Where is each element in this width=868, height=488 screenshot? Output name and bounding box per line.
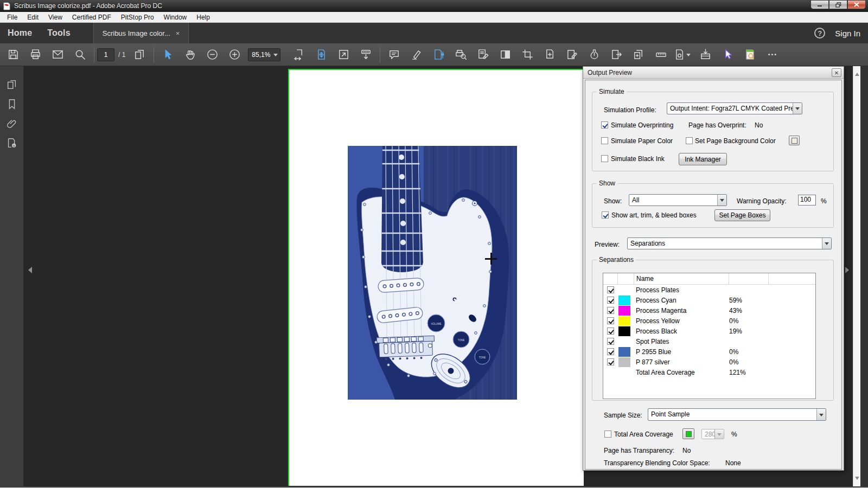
separation-row: P 877 silver0% (603, 357, 815, 367)
scroll-down-arrow-icon[interactable] (855, 477, 859, 482)
duplicate-pages-button[interactable] (628, 44, 650, 65)
organize-pages-button[interactable] (539, 44, 561, 65)
fit-width-button[interactable] (288, 44, 310, 65)
page-has-transparency-label: Page has Transparency: (604, 447, 674, 454)
tac-value-select[interactable]: 280 (701, 429, 724, 439)
simulation-profile-select[interactable]: Output Intent: Fogra27L CMYK Coated Pre: (667, 102, 802, 114)
read-mode-button[interactable] (355, 44, 377, 65)
zoom-out-button[interactable] (201, 44, 224, 65)
menu-item-certified-pdf[interactable]: Certified PDF (67, 12, 116, 23)
simulate-overprinting-checkbox[interactable] (601, 121, 608, 129)
sign-in-button[interactable]: Sign In (835, 29, 860, 38)
sample-size-value: Point Sample (648, 409, 816, 420)
close-button[interactable] (847, 0, 866, 9)
menu-item-window[interactable]: Window (159, 12, 192, 23)
page-thumbnails-button[interactable] (129, 44, 151, 65)
zoom-level-select[interactable]: 85,1% (248, 48, 280, 61)
attachments-panel-button[interactable] (0, 114, 24, 133)
zoom-fit-page-button[interactable] (310, 44, 333, 65)
duplicate-pages-icon (633, 48, 645, 61)
page-settings-button[interactable] (672, 44, 694, 65)
form-edit-button[interactable] (472, 44, 494, 65)
hand-tool-button[interactable] (179, 44, 201, 65)
pitstop-select-button[interactable] (717, 44, 739, 65)
simulate-black-ink-checkbox[interactable] (601, 155, 608, 162)
page-display-button[interactable] (427, 44, 450, 65)
split-view-button[interactable] (494, 44, 516, 65)
edit-pdf-button[interactable] (561, 44, 583, 65)
zoom-in-icon (228, 48, 241, 61)
export-button[interactable] (605, 44, 628, 65)
comment-button[interactable] (383, 44, 405, 65)
separation-checkbox[interactable] (607, 297, 614, 304)
set-page-background-checkbox[interactable] (686, 137, 693, 144)
total-area-coverage-checkbox[interactable] (604, 431, 611, 438)
crop-page-button[interactable] (516, 44, 539, 65)
help-icon[interactable]: ? (814, 28, 825, 38)
simulate-paper-color-checkbox[interactable] (601, 137, 608, 144)
simulate-overprinting-label: Simulate Overprinting (611, 121, 673, 129)
save-button[interactable] (2, 44, 24, 65)
separation-checkbox[interactable] (607, 286, 614, 293)
collapse-left-pane-arrow[interactable] (25, 267, 32, 273)
set-page-boxes-button[interactable]: Set Page Boxes (714, 209, 770, 221)
menu-item-edit[interactable]: Edit (22, 12, 43, 23)
menu-item-help[interactable]: Help (192, 12, 215, 23)
scroll-up-arrow-icon[interactable] (855, 70, 859, 76)
print-production-button[interactable] (450, 44, 472, 65)
ink-manager-tool-button[interactable] (583, 44, 605, 65)
document-tab[interactable]: Scribus Image color... × (93, 23, 189, 43)
email-button[interactable] (47, 44, 69, 65)
sample-size-select[interactable]: Point Sample (648, 408, 826, 421)
menu-item-pitstop-pro[interactable]: PitStop Pro (116, 12, 159, 23)
separation-row: P 2955 Blue0% (603, 346, 815, 357)
show-select[interactable]: All (629, 194, 727, 206)
vertical-scrollbar[interactable] (853, 66, 860, 486)
header-name-col: Name (634, 273, 729, 284)
bookmarks-panel-button[interactable] (0, 94, 24, 114)
output-preview-titlebar[interactable]: Output Preview ✕ (583, 67, 844, 79)
page-number-input[interactable]: 1 (97, 48, 114, 61)
find-button[interactable] (69, 44, 91, 65)
highlighter-icon (410, 48, 423, 61)
ink-swatch (618, 347, 630, 357)
ink-coverage-value: 43% (729, 307, 773, 314)
panel-close-button[interactable]: ✕ (832, 68, 841, 77)
tab-close-icon[interactable]: × (176, 29, 180, 37)
minimize-button[interactable] (810, 0, 829, 9)
tab-tools[interactable]: Tools (40, 28, 78, 38)
zoom-in-button[interactable] (224, 44, 246, 65)
separation-checkbox[interactable] (607, 348, 614, 355)
highlight-button[interactable] (405, 44, 427, 65)
standards-panel-button[interactable] (0, 133, 24, 153)
collapse-right-pane-arrow[interactable] (845, 267, 852, 273)
print-button[interactable] (24, 44, 47, 65)
tab-home[interactable]: Home (0, 28, 40, 38)
header-value-col (729, 273, 769, 284)
more-tools-button[interactable] (761, 44, 783, 65)
warning-opacity-input[interactable]: 100 (798, 195, 816, 206)
page-background-color-swatch[interactable] (789, 136, 800, 145)
ink-name: P 2955 Blue (634, 348, 729, 356)
separation-row: Process Yellow0% (603, 316, 815, 326)
preflight-button[interactable] (739, 44, 761, 65)
page-thumbnails-panel-button[interactable] (0, 75, 24, 94)
ink-manager-button[interactable]: Ink Manager (679, 153, 727, 165)
select-tool-button[interactable] (157, 44, 179, 65)
measure-button[interactable] (650, 44, 672, 65)
distribute-button[interactable] (694, 44, 717, 65)
actual-size-button[interactable] (333, 44, 355, 65)
separation-checkbox[interactable] (607, 358, 614, 365)
preview-select[interactable]: Separations (627, 237, 832, 249)
menu-item-view[interactable]: View (43, 12, 67, 23)
separation-checkbox[interactable] (607, 328, 614, 335)
menu-item-file[interactable]: File (2, 12, 22, 23)
separation-checkbox[interactable] (607, 307, 614, 314)
tac-color-swatch[interactable] (682, 428, 694, 439)
read-mode-icon (360, 48, 372, 61)
acrobat-window: Scribus Image colorize.pdf - Adobe Acrob… (0, 0, 868, 488)
separation-checkbox[interactable] (607, 317, 614, 324)
show-boxes-checkbox[interactable] (602, 211, 609, 219)
separation-checkbox[interactable] (607, 338, 614, 345)
restore-button[interactable] (829, 0, 847, 9)
